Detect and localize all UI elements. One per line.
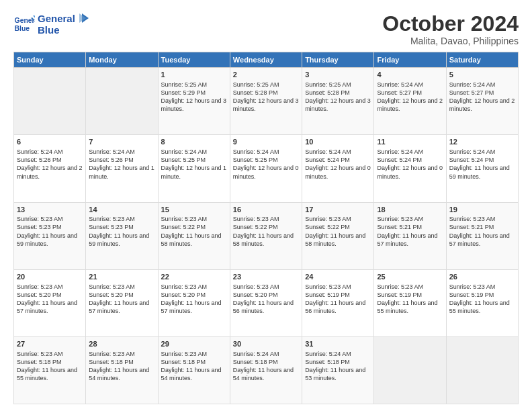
day-info: Sunrise: 5:25 AM Sunset: 5:29 PM Dayligh… xyxy=(161,81,227,113)
title-block: October 2024 Malita, Davao, Philippines xyxy=(382,12,519,46)
day-number: 25 xyxy=(377,272,443,282)
calendar-cell: 10Sunrise: 5:24 AM Sunset: 5:24 PM Dayli… xyxy=(302,135,374,202)
day-info: Sunrise: 5:24 AM Sunset: 5:26 PM Dayligh… xyxy=(89,148,154,181)
day-number: 20 xyxy=(17,272,83,282)
calendar-table: SundayMondayTuesdayWednesdayThursdayFrid… xyxy=(13,52,519,404)
day-info: Sunrise: 5:23 AM Sunset: 5:23 PM Dayligh… xyxy=(89,215,154,248)
day-info: Sunrise: 5:23 AM Sunset: 5:22 PM Dayligh… xyxy=(233,215,299,248)
calendar-cell: 11Sunrise: 5:24 AM Sunset: 5:24 PM Dayli… xyxy=(374,135,446,202)
calendar-week-1: 1Sunrise: 5:25 AM Sunset: 5:29 PM Daylig… xyxy=(14,68,519,135)
calendar-cell: 20Sunrise: 5:23 AM Sunset: 5:20 PM Dayli… xyxy=(14,269,86,336)
calendar-cell: 14Sunrise: 5:23 AM Sunset: 5:23 PM Dayli… xyxy=(86,202,158,269)
calendar-week-4: 20Sunrise: 5:23 AM Sunset: 5:20 PM Dayli… xyxy=(14,269,519,336)
weekday-header-monday: Monday xyxy=(86,52,158,68)
calendar-cell: 7Sunrise: 5:24 AM Sunset: 5:26 PM Daylig… xyxy=(86,135,158,202)
day-number: 29 xyxy=(161,339,227,349)
day-info: Sunrise: 5:24 AM Sunset: 5:24 PM Dayligh… xyxy=(377,148,443,181)
calendar-cell: 5Sunrise: 5:24 AM Sunset: 5:27 PM Daylig… xyxy=(446,68,518,135)
day-number: 18 xyxy=(377,205,443,215)
weekday-header-sunday: Sunday xyxy=(14,52,86,68)
calendar-cell: 21Sunrise: 5:23 AM Sunset: 5:20 PM Dayli… xyxy=(86,269,158,336)
weekday-header-row: SundayMondayTuesdayWednesdayThursdayFrid… xyxy=(14,52,519,68)
day-number: 11 xyxy=(377,137,443,147)
calendar-cell: 1Sunrise: 5:25 AM Sunset: 5:29 PM Daylig… xyxy=(158,68,230,135)
day-number: 14 xyxy=(89,205,154,215)
logo: General Blue General Blue xyxy=(13,12,89,36)
day-number: 16 xyxy=(233,205,299,215)
calendar-cell: 31Sunrise: 5:24 AM Sunset: 5:18 PM Dayli… xyxy=(302,336,374,404)
day-number: 15 xyxy=(161,205,227,215)
calendar-cell: 3Sunrise: 5:25 AM Sunset: 5:28 PM Daylig… xyxy=(302,68,374,135)
calendar-cell: 29Sunrise: 5:23 AM Sunset: 5:18 PM Dayli… xyxy=(158,336,230,404)
day-info: Sunrise: 5:23 AM Sunset: 5:18 PM Dayligh… xyxy=(89,350,154,383)
day-number: 28 xyxy=(89,339,154,349)
calendar-cell: 18Sunrise: 5:23 AM Sunset: 5:21 PM Dayli… xyxy=(374,202,446,269)
calendar-cell: 25Sunrise: 5:23 AM Sunset: 5:19 PM Dayli… xyxy=(374,269,446,336)
day-number: 10 xyxy=(305,137,371,147)
day-info: Sunrise: 5:24 AM Sunset: 5:18 PM Dayligh… xyxy=(305,350,371,383)
calendar-cell: 13Sunrise: 5:23 AM Sunset: 5:23 PM Dayli… xyxy=(14,202,86,269)
calendar-cell: 4Sunrise: 5:24 AM Sunset: 5:27 PM Daylig… xyxy=(374,68,446,135)
day-info: Sunrise: 5:24 AM Sunset: 5:25 PM Dayligh… xyxy=(233,148,299,181)
day-info: Sunrise: 5:24 AM Sunset: 5:26 PM Dayligh… xyxy=(17,148,83,181)
calendar-cell: 22Sunrise: 5:23 AM Sunset: 5:20 PM Dayli… xyxy=(158,269,230,336)
header: General Blue General Blue October 2024 M… xyxy=(13,12,519,46)
day-number: 4 xyxy=(377,70,443,80)
day-number: 6 xyxy=(17,137,83,147)
day-number: 31 xyxy=(305,339,371,349)
calendar-cell: 8Sunrise: 5:24 AM Sunset: 5:25 PM Daylig… xyxy=(158,135,230,202)
day-number: 9 xyxy=(233,137,299,147)
month-title: October 2024 xyxy=(382,12,519,36)
calendar-cell: 12Sunrise: 5:24 AM Sunset: 5:24 PM Dayli… xyxy=(446,135,518,202)
calendar-cell: 30Sunrise: 5:24 AM Sunset: 5:18 PM Dayli… xyxy=(230,336,302,404)
day-number: 13 xyxy=(17,205,83,215)
calendar-header: SundayMondayTuesdayWednesdayThursdayFrid… xyxy=(14,52,519,68)
day-info: Sunrise: 5:24 AM Sunset: 5:25 PM Dayligh… xyxy=(161,148,227,181)
calendar-cell xyxy=(374,336,446,404)
calendar-cell: 28Sunrise: 5:23 AM Sunset: 5:18 PM Dayli… xyxy=(86,336,158,404)
calendar-cell: 19Sunrise: 5:23 AM Sunset: 5:21 PM Dayli… xyxy=(446,202,518,269)
day-number: 19 xyxy=(449,205,515,215)
weekday-header-friday: Friday xyxy=(374,52,446,68)
logo-general: General xyxy=(38,13,75,24)
calendar-cell: 9Sunrise: 5:24 AM Sunset: 5:25 PM Daylig… xyxy=(230,135,302,202)
page: General Blue General Blue October 2024 M… xyxy=(0,0,532,411)
day-info: Sunrise: 5:23 AM Sunset: 5:20 PM Dayligh… xyxy=(17,283,83,316)
day-info: Sunrise: 5:23 AM Sunset: 5:18 PM Dayligh… xyxy=(17,350,83,383)
day-info: Sunrise: 5:23 AM Sunset: 5:19 PM Dayligh… xyxy=(449,283,515,316)
day-info: Sunrise: 5:23 AM Sunset: 5:21 PM Dayligh… xyxy=(377,215,443,248)
day-number: 26 xyxy=(449,272,515,282)
day-number: 8 xyxy=(161,137,227,147)
calendar-cell: 6Sunrise: 5:24 AM Sunset: 5:26 PM Daylig… xyxy=(14,135,86,202)
logo-arrow-icon xyxy=(77,12,89,24)
day-info: Sunrise: 5:24 AM Sunset: 5:27 PM Dayligh… xyxy=(377,81,443,113)
day-number: 21 xyxy=(89,272,154,282)
day-number: 5 xyxy=(449,70,515,80)
day-info: Sunrise: 5:24 AM Sunset: 5:18 PM Dayligh… xyxy=(233,350,299,383)
day-info: Sunrise: 5:23 AM Sunset: 5:19 PM Dayligh… xyxy=(377,283,443,316)
calendar-cell: 2Sunrise: 5:25 AM Sunset: 5:28 PM Daylig… xyxy=(230,68,302,135)
day-info: Sunrise: 5:23 AM Sunset: 5:22 PM Dayligh… xyxy=(305,215,371,248)
day-number: 22 xyxy=(161,272,227,282)
weekday-header-thursday: Thursday xyxy=(302,52,374,68)
calendar-cell: 26Sunrise: 5:23 AM Sunset: 5:19 PM Dayli… xyxy=(446,269,518,336)
weekday-header-wednesday: Wednesday xyxy=(230,52,302,68)
day-info: Sunrise: 5:25 AM Sunset: 5:28 PM Dayligh… xyxy=(233,81,299,113)
day-info: Sunrise: 5:23 AM Sunset: 5:20 PM Dayligh… xyxy=(161,283,227,316)
calendar-body: 1Sunrise: 5:25 AM Sunset: 5:29 PM Daylig… xyxy=(14,68,519,404)
day-info: Sunrise: 5:23 AM Sunset: 5:20 PM Dayligh… xyxy=(233,283,299,316)
day-info: Sunrise: 5:23 AM Sunset: 5:22 PM Dayligh… xyxy=(161,215,227,248)
day-number: 23 xyxy=(233,272,299,282)
day-number: 12 xyxy=(449,137,515,147)
weekday-header-saturday: Saturday xyxy=(446,52,518,68)
location: Malita, Davao, Philippines xyxy=(382,36,519,46)
day-info: Sunrise: 5:23 AM Sunset: 5:21 PM Dayligh… xyxy=(449,215,515,248)
day-number: 24 xyxy=(305,272,371,282)
day-number: 2 xyxy=(233,70,299,80)
day-info: Sunrise: 5:24 AM Sunset: 5:24 PM Dayligh… xyxy=(449,148,515,181)
day-number: 1 xyxy=(161,70,227,80)
weekday-header-tuesday: Tuesday xyxy=(158,52,230,68)
calendar-cell: 17Sunrise: 5:23 AM Sunset: 5:22 PM Dayli… xyxy=(302,202,374,269)
day-info: Sunrise: 5:23 AM Sunset: 5:23 PM Dayligh… xyxy=(17,215,83,248)
calendar-cell xyxy=(14,68,86,135)
